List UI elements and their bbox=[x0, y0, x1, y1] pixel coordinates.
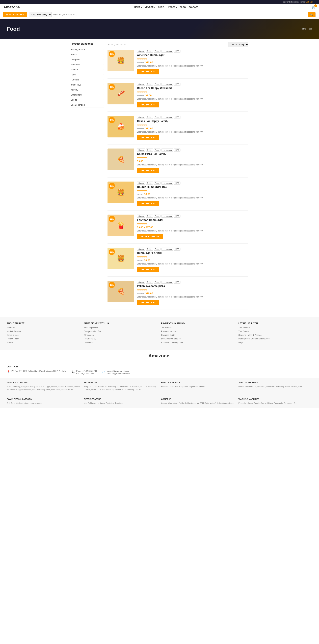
product-tag[interactable]: Food bbox=[154, 182, 161, 184]
chevron-right-icon: › bbox=[104, 89, 104, 91]
product-tag[interactable]: Food bbox=[154, 148, 161, 152]
product-tag[interactable]: KFC bbox=[174, 248, 180, 250]
cart-icon[interactable]: 🛒 1 bbox=[312, 5, 316, 9]
footer-link[interactable]: About us bbox=[7, 326, 81, 329]
footer-link[interactable]: Your Orders bbox=[238, 330, 312, 333]
sort-select[interactable]: Default sorting bbox=[228, 42, 248, 47]
footer-link[interactable]: My account bbox=[84, 334, 158, 336]
product-tag[interactable]: Humberger bbox=[161, 280, 173, 284]
nav-vendor[interactable]: VENDOR ▾ bbox=[145, 6, 155, 8]
product-tag[interactable]: KFC bbox=[174, 214, 180, 218]
footer-link[interactable]: Market Reviews bbox=[7, 330, 81, 333]
product-tag[interactable]: KFC bbox=[174, 182, 180, 184]
nav-contact[interactable]: CONTACT bbox=[189, 6, 198, 8]
sidebar-item[interactable]: Jewelry› bbox=[71, 87, 104, 92]
footer-link[interactable]: Sitemap bbox=[7, 341, 81, 344]
product-tag[interactable]: Drink bbox=[146, 50, 153, 53]
product-tag[interactable]: Cakes bbox=[137, 116, 145, 119]
footer-link[interactable]: Estimated Delivery Time bbox=[161, 341, 235, 344]
product-tag[interactable]: Drink bbox=[146, 116, 153, 119]
all-category-button[interactable]: ☰ ALL CATEGORY bbox=[3, 12, 27, 17]
product-desc: Lorem Ipsum is simply dummy text of the … bbox=[137, 230, 248, 232]
logo[interactable]: Amazone. bbox=[3, 5, 21, 10]
product-tag[interactable]: Drink bbox=[146, 214, 153, 218]
product-tag[interactable]: KFC bbox=[174, 148, 180, 152]
footer-link[interactable]: Return Policy bbox=[84, 337, 158, 340]
footer-link[interactable]: Locations We Ship To bbox=[161, 337, 235, 340]
footer-link[interactable]: Shipping Guide bbox=[161, 334, 235, 336]
product-tag[interactable]: Drink bbox=[146, 148, 153, 152]
sidebar-item[interactable]: Beauty, Health› bbox=[71, 47, 104, 52]
footer-link[interactable]: Privacy Policy bbox=[7, 337, 81, 340]
footer-link[interactable]: Contact us bbox=[84, 341, 158, 344]
footer-logo[interactable]: Amazone. bbox=[148, 353, 171, 358]
product-tag[interactable]: Drink bbox=[146, 280, 153, 284]
product-tag[interactable]: Food bbox=[154, 50, 161, 53]
sidebar-item[interactable]: Computer› bbox=[71, 57, 104, 62]
nav-pages[interactable]: PAGES ▾ bbox=[168, 6, 177, 8]
nav-blog[interactable]: BLOG bbox=[180, 6, 186, 8]
product-tag[interactable]: Humberger bbox=[161, 148, 173, 152]
footer-link[interactable]: Manage Your Content and Devices bbox=[238, 337, 312, 340]
add-to-cart-button[interactable]: ADD TO CART bbox=[137, 168, 159, 173]
product-tag[interactable]: Cakes bbox=[137, 280, 145, 284]
product-tag[interactable]: Cakes bbox=[137, 83, 145, 86]
product-tag[interactable]: KFC bbox=[174, 83, 180, 86]
category-dropdown[interactable]: Shop by category bbox=[29, 12, 52, 17]
product-tag[interactable]: Humberger bbox=[161, 214, 173, 218]
sell-now-link[interactable]: Sell Now → bbox=[306, 1, 316, 3]
sidebar-item[interactable]: Electronic› bbox=[71, 62, 104, 67]
footer-link[interactable]: Help bbox=[238, 341, 312, 344]
sidebar-item[interactable]: Smartphone› bbox=[71, 92, 104, 98]
product-tag[interactable]: Humberger bbox=[161, 83, 173, 86]
brand-col-title: MOBILES & TABLETS bbox=[7, 382, 81, 384]
product-tag[interactable]: Drink bbox=[146, 182, 153, 184]
product-tag[interactable]: Food bbox=[154, 116, 161, 119]
product-tag[interactable]: Cakes bbox=[137, 214, 145, 218]
add-to-cart-button[interactable]: ADD TO CART bbox=[137, 69, 159, 74]
breadcrumb-home[interactable]: Home bbox=[301, 28, 306, 30]
product-tag[interactable]: Food bbox=[154, 248, 161, 250]
footer-link[interactable]: Your Account bbox=[238, 326, 312, 329]
product-tag[interactable]: KFC bbox=[174, 280, 180, 284]
product-tag[interactable]: Food bbox=[154, 214, 161, 218]
sidebar-item[interactable]: Food› bbox=[71, 72, 104, 77]
sidebar-item[interactable]: Fashion› bbox=[71, 67, 104, 72]
product-tag[interactable]: Humberger bbox=[161, 182, 173, 184]
nav-home[interactable]: HOME ▾ bbox=[134, 6, 142, 8]
nav-shop[interactable]: SHOP ▾ bbox=[158, 6, 165, 8]
footer-link[interactable]: Payment Methods bbox=[161, 330, 235, 333]
sidebar-item[interactable]: Uncategorized› bbox=[71, 102, 104, 108]
search-button[interactable]: 🔍 bbox=[308, 12, 315, 17]
product-tag[interactable]: Humberger bbox=[161, 50, 173, 53]
add-to-cart-button[interactable]: SELECT OPTIONS bbox=[137, 234, 163, 239]
product-tag[interactable]: Food bbox=[154, 280, 161, 284]
search-input[interactable] bbox=[52, 12, 308, 17]
product-tag[interactable]: Drink bbox=[146, 248, 153, 250]
sidebar-item[interactable]: Furniture› bbox=[71, 77, 104, 82]
sidebar-item[interactable]: Infant Toys› bbox=[71, 82, 104, 87]
sidebar-item[interactable]: Sports› bbox=[71, 98, 104, 102]
product-tag[interactable]: Cakes bbox=[137, 182, 145, 184]
product-tag[interactable]: Drink bbox=[146, 83, 153, 86]
product-tag[interactable]: Cakes bbox=[137, 248, 145, 250]
footer-link[interactable]: Terms of Use bbox=[161, 326, 235, 329]
product-tag[interactable]: KFC bbox=[174, 50, 180, 53]
product-tag[interactable]: Food bbox=[154, 83, 161, 86]
add-to-cart-button[interactable]: ADD TO CART bbox=[137, 201, 159, 206]
sidebar-item[interactable]: Books› bbox=[71, 52, 104, 57]
footer-link[interactable]: Terms of Use bbox=[7, 334, 81, 336]
add-to-cart-button[interactable]: ADD TO CART bbox=[137, 300, 159, 305]
product-tag[interactable]: KFC bbox=[174, 116, 180, 119]
product-tag[interactable]: Cakes bbox=[137, 148, 145, 152]
chevron-right-icon: › bbox=[104, 54, 104, 56]
add-to-cart-button[interactable]: ADD TO CART bbox=[137, 135, 159, 140]
add-to-cart-button[interactable]: ADD TO CART bbox=[137, 102, 159, 108]
footer-link[interactable]: Compensation First bbox=[84, 330, 158, 333]
product-tag[interactable]: Humberger bbox=[161, 116, 173, 119]
product-tag[interactable]: Cakes bbox=[137, 50, 145, 53]
add-to-cart-button[interactable]: ADD TO CART bbox=[137, 267, 159, 272]
product-tag[interactable]: Humberger bbox=[161, 248, 173, 250]
footer-link[interactable]: Shipping Policy bbox=[84, 326, 158, 329]
footer-link[interactable]: Shipping Rates & Policies bbox=[238, 334, 312, 336]
